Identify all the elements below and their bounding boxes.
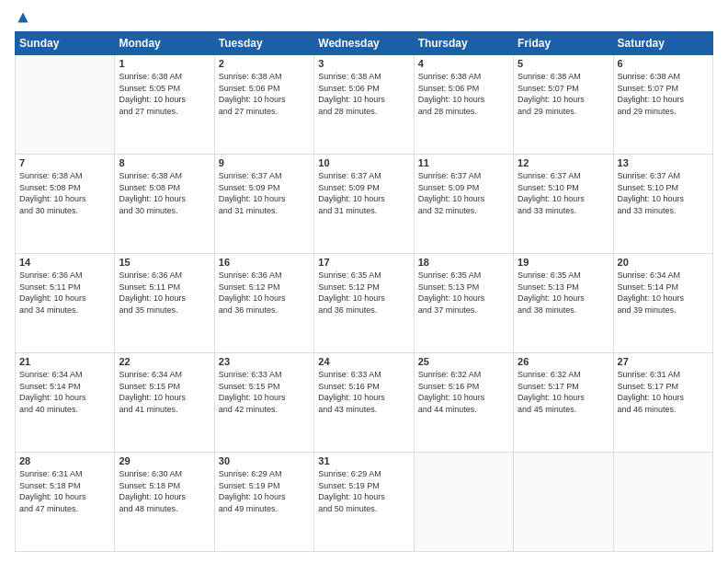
- day-number: 30: [219, 455, 310, 466]
- calendar-cell: 17Sunrise: 6:35 AM Sunset: 5:12 PM Dayli…: [314, 254, 414, 353]
- calendar-cell: 21Sunrise: 6:34 AM Sunset: 5:14 PM Dayli…: [16, 353, 115, 453]
- day-number: 16: [219, 257, 310, 268]
- calendar-cell: 3Sunrise: 6:38 AM Sunset: 5:06 PM Daylig…: [314, 55, 414, 155]
- day-number: 25: [418, 356, 509, 367]
- day-number: 12: [518, 157, 609, 168]
- logo-icon: [17, 11, 29, 24]
- day-info: Sunrise: 6:32 AM Sunset: 5:17 PM Dayligh…: [518, 369, 609, 415]
- calendar-cell: 19Sunrise: 6:35 AM Sunset: 5:13 PM Dayli…: [514, 254, 613, 353]
- calendar-cell: 30Sunrise: 6:29 AM Sunset: 5:19 PM Dayli…: [214, 453, 313, 552]
- calendar-cell: 5Sunrise: 6:38 AM Sunset: 5:07 PM Daylig…: [514, 55, 613, 155]
- calendar-cell: [514, 453, 613, 552]
- calendar-cell: 6Sunrise: 6:38 AM Sunset: 5:07 PM Daylig…: [613, 55, 712, 155]
- calendar-cell: 14Sunrise: 6:36 AM Sunset: 5:11 PM Dayli…: [16, 254, 115, 353]
- calendar-cell: 26Sunrise: 6:32 AM Sunset: 5:17 PM Dayli…: [514, 353, 613, 453]
- day-info: Sunrise: 6:37 AM Sunset: 5:10 PM Dayligh…: [518, 170, 609, 216]
- calendar-header-row: SundayMondayTuesdayWednesdayThursdayFrid…: [16, 32, 713, 55]
- calendar-cell: [16, 55, 115, 155]
- calendar-table: SundayMondayTuesdayWednesdayThursdayFrid…: [15, 31, 713, 552]
- day-number: 27: [618, 356, 709, 367]
- calendar-week-1: 7Sunrise: 6:38 AM Sunset: 5:08 PM Daylig…: [16, 155, 713, 254]
- day-info: Sunrise: 6:38 AM Sunset: 5:06 PM Dayligh…: [219, 71, 310, 117]
- svg-marker-0: [17, 12, 28, 22]
- calendar-cell: 20Sunrise: 6:34 AM Sunset: 5:14 PM Dayli…: [613, 254, 712, 353]
- calendar-week-0: 1Sunrise: 6:38 AM Sunset: 5:05 PM Daylig…: [16, 55, 713, 155]
- day-info: Sunrise: 6:29 AM Sunset: 5:19 PM Dayligh…: [318, 468, 409, 514]
- day-info: Sunrise: 6:35 AM Sunset: 5:12 PM Dayligh…: [318, 270, 409, 316]
- calendar-header-monday: Monday: [115, 32, 214, 55]
- day-info: Sunrise: 6:38 AM Sunset: 5:07 PM Dayligh…: [618, 71, 709, 117]
- calendar-cell: 25Sunrise: 6:32 AM Sunset: 5:16 PM Dayli…: [414, 353, 513, 453]
- calendar-cell: 23Sunrise: 6:33 AM Sunset: 5:15 PM Dayli…: [214, 353, 313, 453]
- logo-text: [15, 11, 29, 24]
- day-number: 29: [119, 455, 210, 466]
- logo: [15, 11, 29, 24]
- day-info: Sunrise: 6:37 AM Sunset: 5:09 PM Dayligh…: [318, 170, 409, 216]
- day-info: Sunrise: 6:38 AM Sunset: 5:08 PM Dayligh…: [119, 170, 210, 216]
- calendar-week-3: 21Sunrise: 6:34 AM Sunset: 5:14 PM Dayli…: [16, 353, 713, 453]
- day-info: Sunrise: 6:38 AM Sunset: 5:05 PM Dayligh…: [119, 71, 210, 117]
- calendar-cell: 27Sunrise: 6:31 AM Sunset: 5:17 PM Dayli…: [613, 353, 712, 453]
- calendar-cell: 22Sunrise: 6:34 AM Sunset: 5:15 PM Dayli…: [115, 353, 214, 453]
- day-number: 3: [318, 58, 409, 69]
- calendar-week-4: 28Sunrise: 6:31 AM Sunset: 5:18 PM Dayli…: [16, 453, 713, 552]
- calendar-cell: 2Sunrise: 6:38 AM Sunset: 5:06 PM Daylig…: [214, 55, 313, 155]
- day-info: Sunrise: 6:31 AM Sunset: 5:18 PM Dayligh…: [19, 468, 110, 514]
- calendar-cell: 16Sunrise: 6:36 AM Sunset: 5:12 PM Dayli…: [214, 254, 313, 353]
- day-info: Sunrise: 6:30 AM Sunset: 5:18 PM Dayligh…: [119, 468, 210, 514]
- day-number: 17: [318, 257, 409, 268]
- day-number: 24: [318, 356, 409, 367]
- day-info: Sunrise: 6:36 AM Sunset: 5:12 PM Dayligh…: [219, 270, 310, 316]
- calendar-cell: [414, 453, 513, 552]
- day-number: 28: [19, 455, 110, 466]
- day-info: Sunrise: 6:34 AM Sunset: 5:15 PM Dayligh…: [119, 369, 210, 415]
- calendar-header-tuesday: Tuesday: [214, 32, 313, 55]
- day-number: 19: [518, 257, 609, 268]
- calendar-cell: 28Sunrise: 6:31 AM Sunset: 5:18 PM Dayli…: [16, 453, 115, 552]
- day-number: 10: [318, 157, 409, 168]
- day-info: Sunrise: 6:29 AM Sunset: 5:19 PM Dayligh…: [219, 468, 310, 514]
- calendar-cell: 12Sunrise: 6:37 AM Sunset: 5:10 PM Dayli…: [514, 155, 613, 254]
- calendar-cell: 31Sunrise: 6:29 AM Sunset: 5:19 PM Dayli…: [314, 453, 414, 552]
- day-info: Sunrise: 6:33 AM Sunset: 5:16 PM Dayligh…: [318, 369, 409, 415]
- day-number: 15: [119, 257, 210, 268]
- calendar-cell: 13Sunrise: 6:37 AM Sunset: 5:10 PM Dayli…: [613, 155, 712, 254]
- day-info: Sunrise: 6:38 AM Sunset: 5:06 PM Dayligh…: [318, 71, 409, 117]
- day-number: 20: [618, 257, 709, 268]
- header: [15, 11, 713, 24]
- calendar-cell: 9Sunrise: 6:37 AM Sunset: 5:09 PM Daylig…: [214, 155, 313, 254]
- calendar-cell: 8Sunrise: 6:38 AM Sunset: 5:08 PM Daylig…: [115, 155, 214, 254]
- calendar-header-sunday: Sunday: [16, 32, 115, 55]
- day-info: Sunrise: 6:38 AM Sunset: 5:06 PM Dayligh…: [418, 71, 509, 117]
- day-info: Sunrise: 6:32 AM Sunset: 5:16 PM Dayligh…: [418, 369, 509, 415]
- calendar-cell: [613, 453, 712, 552]
- day-number: 1: [119, 58, 210, 69]
- day-info: Sunrise: 6:37 AM Sunset: 5:09 PM Dayligh…: [219, 170, 310, 216]
- day-info: Sunrise: 6:38 AM Sunset: 5:08 PM Dayligh…: [19, 170, 110, 216]
- calendar-header-thursday: Thursday: [414, 32, 513, 55]
- day-info: Sunrise: 6:37 AM Sunset: 5:10 PM Dayligh…: [618, 170, 709, 216]
- day-number: 4: [418, 58, 509, 69]
- calendar-header-saturday: Saturday: [613, 32, 712, 55]
- day-info: Sunrise: 6:31 AM Sunset: 5:17 PM Dayligh…: [618, 369, 709, 415]
- day-number: 7: [19, 157, 110, 168]
- calendar-cell: 15Sunrise: 6:36 AM Sunset: 5:11 PM Dayli…: [115, 254, 214, 353]
- day-number: 18: [418, 257, 509, 268]
- calendar-cell: 29Sunrise: 6:30 AM Sunset: 5:18 PM Dayli…: [115, 453, 214, 552]
- calendar-cell: 1Sunrise: 6:38 AM Sunset: 5:05 PM Daylig…: [115, 55, 214, 155]
- day-number: 8: [119, 157, 210, 168]
- day-number: 23: [219, 356, 310, 367]
- calendar-header-wednesday: Wednesday: [314, 32, 414, 55]
- calendar-cell: 7Sunrise: 6:38 AM Sunset: 5:08 PM Daylig…: [16, 155, 115, 254]
- day-info: Sunrise: 6:35 AM Sunset: 5:13 PM Dayligh…: [518, 270, 609, 316]
- day-number: 11: [418, 157, 509, 168]
- day-number: 13: [618, 157, 709, 168]
- day-number: 2: [219, 58, 310, 69]
- day-number: 5: [518, 58, 609, 69]
- calendar-header-friday: Friday: [514, 32, 613, 55]
- calendar-cell: 18Sunrise: 6:35 AM Sunset: 5:13 PM Dayli…: [414, 254, 513, 353]
- calendar-cell: 24Sunrise: 6:33 AM Sunset: 5:16 PM Dayli…: [314, 353, 414, 453]
- day-info: Sunrise: 6:34 AM Sunset: 5:14 PM Dayligh…: [618, 270, 709, 316]
- day-info: Sunrise: 6:35 AM Sunset: 5:13 PM Dayligh…: [418, 270, 509, 316]
- day-number: 22: [119, 356, 210, 367]
